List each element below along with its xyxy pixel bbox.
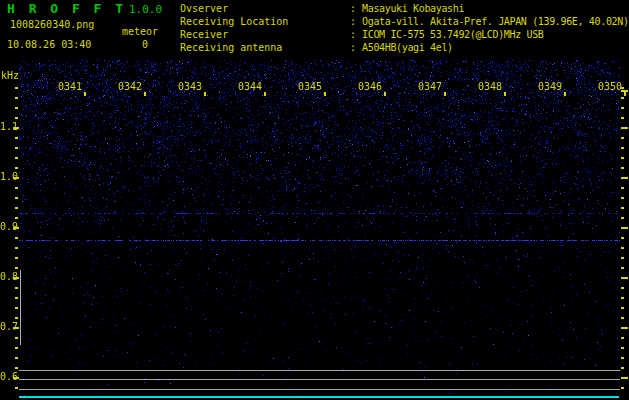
observation-datetime: 10.08.26 03:40 xyxy=(7,40,91,50)
tick-mark xyxy=(15,317,18,319)
tick-mark xyxy=(621,367,624,369)
tick-mark xyxy=(444,92,446,96)
tick-mark xyxy=(15,187,18,189)
tick-mark xyxy=(621,387,624,389)
echo-count: 0 xyxy=(142,40,148,50)
spectrogram-canvas xyxy=(19,60,621,398)
info-label: Ovserver xyxy=(180,3,350,14)
time-tick-label: 0346 xyxy=(357,82,383,92)
time-tick-label: 0345 xyxy=(297,82,323,92)
info-value: ICOM IC-575 53.7492(@LCD)MHz USB xyxy=(362,29,543,40)
tick-mark xyxy=(621,157,624,159)
info-separator: : xyxy=(350,16,362,27)
time-tick-label: 0349 xyxy=(537,82,563,92)
info-value: A504HB(yagi 4el) xyxy=(362,42,453,53)
tick-mark xyxy=(15,87,18,89)
tick-mark xyxy=(15,107,18,109)
tick-mark xyxy=(621,167,624,169)
tick-mark xyxy=(621,147,624,149)
tick-mark xyxy=(621,327,628,329)
info-separator: : xyxy=(350,3,362,14)
tick-mark xyxy=(621,107,624,109)
tick-mark xyxy=(621,127,628,129)
tick-mark xyxy=(621,237,624,239)
tick-mark xyxy=(621,317,624,319)
info-label: Receiver xyxy=(180,29,350,40)
tick-mark xyxy=(15,137,18,139)
tick-mark xyxy=(15,267,18,269)
info-label: Receiving antenna xyxy=(180,42,350,53)
tick-mark xyxy=(15,117,18,119)
tick-mark xyxy=(324,92,326,96)
tick-mark xyxy=(621,97,624,99)
tick-mark xyxy=(621,297,624,299)
info-label: Receiving Location xyxy=(180,16,350,27)
signal-level-vertical-trace xyxy=(20,270,21,345)
tick-mark xyxy=(621,377,628,379)
tick-mark xyxy=(144,92,146,96)
frequency-unit-label: kHz xyxy=(1,71,19,81)
hrofft-window: H R O F F T 1.0.0 1008260340.png meteor … xyxy=(0,0,629,400)
station-info-block: Ovserver: Masayuki Kobayashi Receiving L… xyxy=(180,3,629,55)
tick-mark xyxy=(264,92,266,96)
tick-mark xyxy=(15,337,18,339)
tick-mark xyxy=(504,92,506,96)
time-tick-label: 0341 xyxy=(57,82,83,92)
time-tick-label: 0343 xyxy=(177,82,203,92)
info-value: Ogata-vill. Akita-Pref. JAPAN (139.96E, … xyxy=(362,16,629,27)
freq-tick-label: 0.9 xyxy=(0,222,13,232)
tick-mark xyxy=(621,257,624,259)
freq-tick-label: 0.6 xyxy=(0,372,13,382)
tick-mark xyxy=(15,97,18,99)
tick-mark xyxy=(621,347,624,349)
tick-mark xyxy=(15,217,18,219)
tick-mark xyxy=(15,347,18,349)
tick-mark xyxy=(624,92,626,96)
baseline-cyan-trace xyxy=(19,396,619,398)
tick-mark xyxy=(564,92,566,96)
freq-tick-label: 0.7 xyxy=(0,322,13,332)
tick-mark xyxy=(15,167,18,169)
tick-mark xyxy=(621,307,624,309)
tick-mark xyxy=(15,157,18,159)
tick-mark xyxy=(15,147,18,149)
info-value: Masayuki Kobayashi xyxy=(362,3,464,14)
tick-mark xyxy=(621,247,624,249)
time-tick-label: 0348 xyxy=(477,82,503,92)
tick-mark xyxy=(621,227,628,229)
tick-mark xyxy=(15,237,18,239)
tick-mark xyxy=(621,337,624,339)
tick-mark xyxy=(621,217,624,219)
tick-mark xyxy=(384,92,386,96)
tick-mark xyxy=(15,307,18,309)
tick-mark xyxy=(84,92,86,96)
tick-mark xyxy=(15,197,18,199)
tick-mark xyxy=(621,357,624,359)
tick-mark xyxy=(15,357,18,359)
app-title: H R O F F T xyxy=(7,2,126,15)
signal-level-trace-line xyxy=(19,389,620,390)
time-tick-label: 0342 xyxy=(117,82,143,92)
tick-mark xyxy=(621,137,624,139)
info-line-observer: Ovserver: Masayuki Kobayashi xyxy=(180,3,629,16)
tick-mark xyxy=(15,257,18,259)
tick-mark xyxy=(621,197,624,199)
info-line-antenna: Receiving antenna: A504HB(yagi 4el) xyxy=(180,42,629,55)
signal-level-trace-line xyxy=(19,379,620,380)
time-tick-label: 0347 xyxy=(417,82,443,92)
tick-mark xyxy=(15,287,18,289)
tick-mark xyxy=(621,267,624,269)
tick-mark xyxy=(13,177,19,179)
freq-tick-label: 1.1 xyxy=(0,122,13,132)
tick-mark xyxy=(15,297,18,299)
info-separator: : xyxy=(350,42,362,53)
tick-mark xyxy=(13,227,19,229)
tick-mark xyxy=(13,277,19,279)
tick-mark xyxy=(15,247,18,249)
info-separator: : xyxy=(350,29,362,40)
info-line-location: Receiving Location: Ogata-vill. Akita-Pr… xyxy=(180,16,629,29)
time-tick-label: 0344 xyxy=(237,82,263,92)
signal-level-trace-line xyxy=(19,370,620,371)
time-tick-label: 0350 xyxy=(597,82,623,92)
output-filename: 1008260340.png xyxy=(10,20,94,30)
